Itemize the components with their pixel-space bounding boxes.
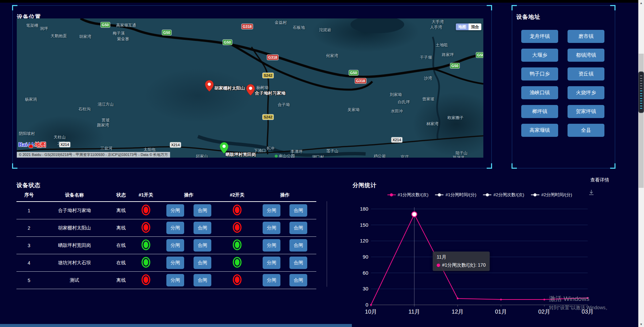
route-badge-X214: X214 (170, 142, 181, 148)
map-place-label: 林家湾 (426, 121, 438, 127)
close-switch-button[interactable]: 合闸 (194, 274, 211, 286)
switch-indicator-off (142, 205, 150, 215)
close-switch-button[interactable]: 合闸 (289, 239, 307, 252)
map-place-label: 白氏坪 (398, 99, 410, 105)
open-switch-button[interactable]: 分闸 (166, 239, 184, 252)
map-place-label: 胡家湾 (79, 34, 91, 40)
address-button-榔坪镇[interactable]: 榔坪镇 (521, 105, 558, 118)
scroll-widget-stripe (640, 86, 642, 86)
x-axis-tick-label: 01月 (491, 308, 511, 316)
legend-item[interactable]: #1分闸时间/(分) (435, 192, 476, 198)
table-row: 1合子坳村习家坳离线分闸合闸分闸合闸 (16, 202, 316, 219)
address-button-全县[interactable]: 全县 (568, 124, 604, 137)
map-place-label: 莲子山 (326, 148, 338, 154)
address-button-grid: 龙舟坪镇磨市镇大堰乡都镇湾镇鸭子口乡资丘镇渔峡口镇火烧坪乡榔坪镇贺家坪镇高家堰镇… (521, 30, 604, 137)
map-place-label: 南山公园 (275, 153, 295, 158)
row-actions: 分闸合闸 (254, 274, 316, 286)
map-place-label: 官庄 (401, 154, 409, 158)
close-switch-button[interactable]: 合闸 (289, 257, 307, 269)
open-switch-button[interactable]: 分闸 (166, 274, 184, 286)
close-switch-button[interactable]: 合闸 (194, 222, 211, 234)
route-badge-G50: G50 (476, 52, 483, 58)
row-actions: 分闸合闸 (157, 222, 221, 234)
corner-decoration (512, 163, 517, 169)
open-switch-button[interactable]: 分闸 (263, 257, 280, 269)
route-badge-G50: G50 (162, 30, 172, 36)
table-header-cell: 操作 (254, 192, 316, 198)
row-actions: 分闸合闸 (157, 274, 221, 286)
switch-indicator-off (233, 205, 241, 215)
park-icon (275, 155, 278, 158)
legend-item[interactable]: #2分闸时间/(分) (531, 192, 572, 198)
map-place-label: 欧家圈子 (447, 115, 464, 121)
address-button-龙舟坪镇[interactable]: 龙舟坪镇 (521, 30, 558, 43)
open-switch-button[interactable]: 分闸 (263, 204, 280, 217)
address-button-磨市镇[interactable]: 磨市镇 (568, 30, 604, 43)
row-actions: 分闸合闸 (254, 222, 316, 234)
tooltip-value: #1分闸次数/(次): 170 (442, 262, 486, 268)
map-place-label: 笔架槽 (26, 23, 38, 29)
map-place-label: 人手湾 (430, 24, 442, 30)
corner-decoration (12, 5, 17, 10)
switch1-cell (135, 205, 157, 216)
baidu-map[interactable]: 笔架槽洞坪天鹅抱蛋胡家湾高家堰互通梅子溪紫金寨金益村石板地沱泥岩大手湾人手湾土地… (17, 18, 483, 158)
legend-item[interactable]: #2分闸次数/(次) (483, 192, 524, 198)
open-switch-button[interactable]: 分闸 (166, 257, 184, 269)
map-place-label: 天柱山 (54, 134, 66, 140)
baidu-logo-map-word: 地图 (35, 141, 46, 149)
address-button-贺家坪镇[interactable]: 贺家坪镇 (568, 105, 604, 118)
table-row: 2胡家棚村太阳山离线分闸合闸分闸合闸 (16, 219, 316, 237)
legend-marker (483, 195, 491, 195)
map-place-label: 长冲 (266, 146, 274, 151)
open-switch-button[interactable]: 分闸 (263, 274, 280, 286)
page-scrollbar[interactable]: ▲ ▼ (638, 0, 644, 327)
close-switch-button[interactable]: 合闸 (289, 204, 307, 217)
switch-indicator-off (142, 274, 150, 285)
scroll-widget[interactable] (638, 71, 644, 113)
dashboard: 设备位置 笔架槽洞坪天鹅抱蛋胡家湾高家堰互通梅子溪紫金寨金益村石板地沱泥岩大手湾… (0, 0, 644, 327)
map-type-option-hybrid[interactable]: 混合 (469, 23, 481, 30)
close-switch-button[interactable]: 合闸 (289, 274, 307, 286)
map-place-label: 石板地 (293, 25, 305, 31)
open-switch-button[interactable]: 分闸 (166, 222, 184, 234)
scrollbar-up-arrow[interactable]: ▲ (638, 0, 644, 6)
open-switch-button[interactable]: 分闸 (263, 239, 280, 252)
address-button-火烧坪乡[interactable]: 火烧坪乡 (568, 86, 604, 99)
address-button-资丘镇[interactable]: 资丘镇 (568, 67, 604, 80)
open-switch-button[interactable]: 分闸 (263, 222, 280, 234)
switch-indicator-off (233, 274, 241, 285)
scroll-widget-stripe (640, 93, 642, 94)
legend-item[interactable]: #1分闸次数/(次) (387, 192, 429, 198)
y-axis-tick-label: 90 (354, 254, 368, 260)
map-type-option-map[interactable]: 地图 (456, 23, 469, 30)
corner-decoration (610, 5, 615, 10)
close-switch-button[interactable]: 合闸 (194, 239, 211, 252)
map-marker-pin[interactable] (205, 80, 214, 92)
row-actions: 分闸合闸 (254, 257, 316, 269)
address-button-大堰乡[interactable]: 大堰乡 (521, 49, 558, 62)
close-switch-button[interactable]: 合闸 (194, 257, 211, 269)
route-badge-X214: X214 (391, 137, 402, 143)
close-switch-button[interactable]: 合闸 (289, 222, 307, 234)
table-row: 4塘坊河村大石坝在线分闸合闸分闸合闸 (16, 254, 316, 272)
map-place-label: 何家湾 (326, 53, 338, 59)
address-button-都镇湾镇[interactable]: 都镇湾镇 (568, 49, 604, 62)
switch2-cell (221, 257, 254, 269)
legend-label: #2分闸次数/(次) (493, 192, 524, 198)
map-place-label: 鸡公岩 (374, 153, 386, 158)
map-place-label: 沱泥岩 (319, 27, 331, 33)
map-marker-pin[interactable] (246, 84, 255, 96)
open-switch-button[interactable]: 分闸 (166, 204, 184, 217)
scrollbar-down-arrow[interactable]: ▼ (638, 321, 644, 327)
route-badge-G50: G50 (349, 70, 359, 76)
route-badge-S242: S242 (262, 114, 274, 120)
close-switch-button[interactable]: 合闸 (194, 204, 211, 217)
baidu-logo-text: Bai (18, 142, 27, 148)
address-button-高家堰镇[interactable]: 高家堰镇 (521, 124, 558, 137)
address-button-渔峡口镇[interactable]: 渔峡口镇 (521, 86, 558, 99)
row-index: 4 (16, 260, 42, 266)
route-badge-S242: S242 (262, 73, 274, 78)
address-button-鸭子口乡[interactable]: 鸭子口乡 (521, 67, 558, 80)
view-details-link[interactable]: 查看详情 (590, 177, 609, 183)
chart-legend: #1分闸次数/(次)#1分闸时间/(分)#2分闸次数/(次)#2分闸时间/(分) (349, 192, 610, 198)
